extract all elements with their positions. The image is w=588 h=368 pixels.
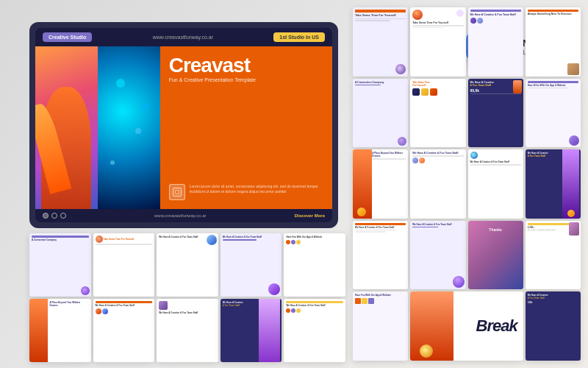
slide-bottom-bar: www.creavastfunway.co.ar Discover More: [35, 209, 332, 222]
bottom-slide-9: We Have A Creative & Fun Team Staff: [220, 299, 282, 362]
bottom-slide-3: We Have A Creative & Fun Team Staff: [157, 233, 218, 297]
bottom-slide-1: A Connection Company: [29, 233, 91, 297]
mini-slide-10: We Have A Creative & Fun Team Staff: [410, 149, 465, 219]
monitor-frame: Creative Studio www.creavastfunway.co.ar…: [29, 22, 338, 228]
dot-3: [60, 213, 66, 219]
slide-url-top: www.creavastfunway.co.ar: [153, 35, 213, 40]
right-slides-grid: Take Some Time For Yourself Take Some Ti…: [353, 7, 581, 361]
mini-slide-17: Have Fun With Our App & Website: [353, 291, 408, 361]
slide-description-area: Lorem ipsum dolor sit amet, consectetur …: [169, 184, 323, 200]
mini-slide-16: 2,300+ We Have A Creative Wildest Team: [526, 221, 581, 290]
mini-slide-12: We Have A Creative & Fun Team Staff: [526, 149, 581, 219]
mini-slide-18: We Have A Creative & Fun Team Staff 12k: [526, 291, 581, 361]
main-monitor: Creative Studio www.creavastfunway.co.ar…: [29, 22, 338, 228]
break-slide: Break: [410, 291, 523, 361]
slide-subtitle: Fun & Creative Presentation Template: [169, 77, 323, 82]
discover-more-cta[interactable]: Discover More: [295, 213, 325, 218]
slide-dots: [43, 213, 66, 219]
bottom-slide-10: We Have A Creative & Fun Team Staff: [284, 299, 345, 362]
mini-slide-7: We Have A Creative & Fun Team Staff 99,8…: [468, 79, 523, 148]
slide-url-bottom: www.creavastfunway.co.ar: [154, 213, 207, 218]
creative-studio-button[interactable]: Creative Studio: [43, 32, 92, 42]
dot-1: [43, 213, 49, 219]
mini-slide-6: Take Some Time For Yourself: [410, 79, 465, 148]
slide-top-bar: Creative Studio www.creavastfunway.co.ar…: [35, 28, 332, 46]
studio-us-button[interactable]: 1st Studio In US: [273, 32, 325, 42]
bottom-slide-2: Take Some Time For Yourself: [93, 233, 155, 297]
mini-slide-15: Thanks: [468, 221, 523, 290]
break-text: Break: [476, 316, 517, 336]
mini-slide-9: A Place Beyond Your Wildest Dreams: [353, 149, 408, 219]
slide-right-content: Creavast Fun & Creative Presentation Tem…: [160, 46, 332, 209]
mini-slide-4: Always Something New To Discover: [526, 7, 581, 77]
mini-slide-1: Take Some Time For Yourself: [353, 7, 408, 77]
slide-main-title: Creavast: [169, 55, 323, 76]
mini-slide-14: We Have A Creative & Fun Team Staff: [410, 221, 465, 290]
bottom-slide-5: Have Fun With Our App & Website: [284, 233, 345, 297]
mini-slide-8: Have A Fun With Our App & Website: [526, 79, 581, 148]
slide-image-hand: [35, 46, 98, 209]
slide-images-left: [35, 46, 160, 209]
mini-slide-13: We Have A Creative & Fun Team Staff: [353, 221, 408, 290]
bottom-slides-grid: A Connection Company Take Some Time For …: [29, 233, 345, 362]
mini-slide-11: We Have A Creative & Fun Team Staff: [468, 149, 523, 219]
slide-description-text: Lorem ipsum dolor sit amet, consectetur …: [190, 184, 323, 194]
mini-slide-3: We Have A Creative & Fun Team Staff: [468, 7, 523, 77]
monitor-screen: Creative Studio www.creavastfunway.co.ar…: [35, 28, 332, 222]
mini-slide-5: A Connection Company: [353, 79, 408, 148]
bottom-slide-8: We Have A Creative & Fun Team Staff: [157, 299, 218, 362]
bottom-slide-7: We Have A Creative & Fun Team Staff: [93, 299, 155, 362]
dot-2: [51, 213, 57, 219]
slide-image-bokeh: [98, 46, 160, 209]
slide-icon-box: [169, 184, 185, 200]
bottom-slide-4: We Have A Creative & Fun Team Staff: [220, 233, 282, 297]
mini-slide-2: Take Some Time For Yourself: [410, 7, 465, 77]
slide-body: Creavast Fun & Creative Presentation Tem…: [35, 46, 332, 209]
bottom-slide-6: A Place Beyond Your Wildest Dreams: [29, 299, 91, 362]
main-slide: Creative Studio www.creavastfunway.co.ar…: [35, 28, 332, 222]
